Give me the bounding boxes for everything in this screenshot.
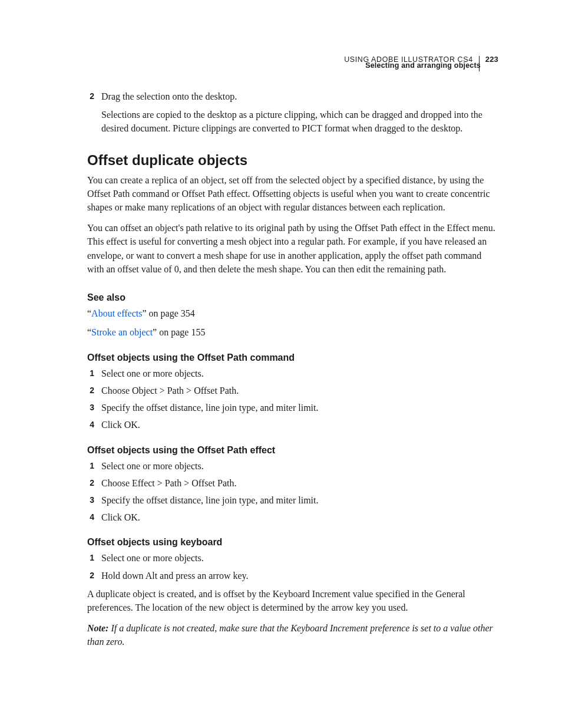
step-text: Click OK. <box>101 418 498 431</box>
step-text: Select one or more objects. <box>101 551 498 565</box>
see-also-item: “About effects” on page 354 <box>87 307 498 321</box>
list-item: 1Select one or more objects. <box>87 459 498 473</box>
step-list: 1Select one or more objects. 2Choose Obj… <box>87 367 498 432</box>
body-text: Selections are copied to the desktop as … <box>101 108 498 135</box>
list-item: 4Click OK. <box>87 418 498 431</box>
note-body: If a duplicate is not created, make sure… <box>87 623 493 647</box>
list-item: 1Select one or more objects. <box>87 551 498 565</box>
step-list: 1Select one or more objects. 2Choose Eff… <box>87 459 498 525</box>
step-text: Select one or more objects. <box>101 459 498 473</box>
step-list: 1Select one or more objects. 2Hold down … <box>87 551 498 582</box>
step-number: 3 <box>87 494 94 508</box>
step-text: Hold down Alt and press an arrow key. <box>101 569 498 582</box>
step-text: Choose Object > Path > Offset Path. <box>101 384 498 397</box>
see-also-heading: See also <box>87 292 498 303</box>
subsection-heading: Offset objects using keyboard <box>87 537 498 548</box>
list-item: 2Choose Effect > Path > Offset Path. <box>87 476 498 490</box>
section-breadcrumb: Selecting and arranging objects <box>344 61 498 71</box>
step-number: 3 <box>87 401 94 415</box>
step-number: 4 <box>87 419 94 432</box>
see-also-item: “Stroke an object” on page 155 <box>87 325 498 340</box>
step-number: 1 <box>87 460 94 473</box>
page-header: USING ADOBE ILLUSTRATOR CS4 223 Selectin… <box>344 52 498 78</box>
body-text: You can create a replica of an object, s… <box>87 173 498 215</box>
step-number: 2 <box>87 477 94 490</box>
step-text: Specify the offset distance, line join t… <box>101 401 498 414</box>
xref-link[interactable]: About effects <box>91 308 142 318</box>
step-number: 2 <box>87 569 94 583</box>
note-label: Note: <box>87 623 108 633</box>
top-step-list: 2 Drag the selection onto the desktop. <box>87 90 498 103</box>
subsection-heading: Offset objects using the Offset Path com… <box>87 353 498 363</box>
list-item: 4Click OK. <box>87 510 498 524</box>
list-item: 3Specify the offset distance, line join … <box>87 401 498 414</box>
subsection-heading: Offset objects using the Offset Path eff… <box>87 445 498 456</box>
list-item: 2 Drag the selection onto the desktop. <box>87 90 498 103</box>
see-also-tail: ” on page 354 <box>142 308 194 318</box>
step-number: 4 <box>87 511 94 525</box>
list-item: 2Choose Object > Path > Offset Path. <box>87 384 498 397</box>
step-text: Specify the offset distance, line join t… <box>101 493 498 507</box>
list-item: 1Select one or more objects. <box>87 367 498 380</box>
step-text: Click OK. <box>101 510 498 524</box>
body-text: You can offset an object's path relative… <box>87 221 498 276</box>
list-item: 3Specify the offset distance, line join … <box>87 493 498 507</box>
see-also-tail: ” on page 155 <box>153 327 205 337</box>
step-text: Select one or more objects. <box>101 367 498 380</box>
step-number: 2 <box>87 384 94 398</box>
xref-link[interactable]: Stroke an object <box>91 327 153 337</box>
step-number: 1 <box>87 552 94 565</box>
note-text: Note: If a duplicate is not created, mak… <box>87 621 498 648</box>
section-heading: Offset duplicate objects <box>87 152 498 169</box>
step-number: 2 <box>87 90 94 104</box>
step-text: Choose Effect > Path > Offset Path. <box>101 476 498 490</box>
step-text: Drag the selection onto the desktop. <box>101 90 498 103</box>
step-number: 1 <box>87 367 94 381</box>
list-item: 2Hold down Alt and press an arrow key. <box>87 569 498 582</box>
body-text: A duplicate object is created, and is of… <box>87 587 498 614</box>
